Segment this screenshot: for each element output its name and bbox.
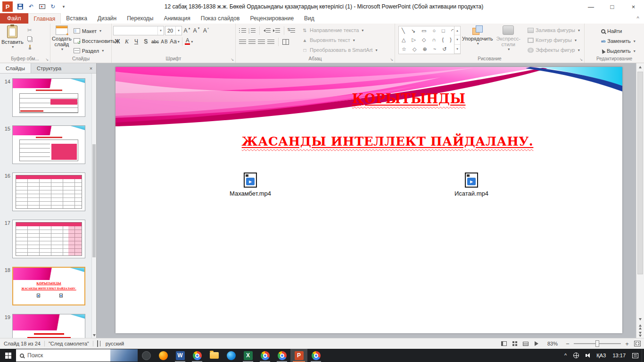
numbering-button[interactable] xyxy=(248,28,256,33)
italic-button[interactable]: К xyxy=(123,37,131,46)
taskbar-app-word[interactable]: W xyxy=(172,349,189,362)
taskbar-app-powerpoint-active[interactable]: P xyxy=(290,349,307,362)
tab-transitions[interactable]: Переходы xyxy=(122,13,158,24)
justify-button[interactable] xyxy=(267,39,274,45)
gallery-scroll-up-button[interactable]: ▴ xyxy=(454,26,460,35)
dialog-launcher-icon[interactable]: ↘ xyxy=(231,58,234,62)
tab-file[interactable]: Файл xyxy=(0,13,28,24)
scroll-up-button[interactable] xyxy=(636,63,644,71)
taskbar-app-explorer[interactable] xyxy=(206,349,223,362)
zoom-slider[interactable] xyxy=(574,343,621,344)
language-indicator[interactable]: русский xyxy=(102,341,128,346)
video-object-isatay[interactable]: ▶ Исатай.mp4 xyxy=(454,173,488,197)
taskbar-app-browser[interactable] xyxy=(138,349,155,362)
font-name-combobox[interactable]: ▾ xyxy=(113,26,164,35)
line-spacing-button[interactable] xyxy=(288,28,295,33)
scroll-down-button[interactable] xyxy=(636,315,644,323)
columns-button[interactable] xyxy=(282,39,289,45)
slide-subtitle-textbox[interactable]: ЖАСАНДЫ ИНТЕЛЛЕКТ ПАЙДАЛАНУ. xyxy=(242,134,534,148)
paste-button[interactable]: Вставить ▾ xyxy=(1,25,24,56)
video-object-makhambet[interactable]: ▶ Махамбет.mp4 xyxy=(230,173,271,197)
shape-fill-button[interactable]: Заливка фигуры ▾ xyxy=(526,25,582,35)
tab-design[interactable]: Дизайн xyxy=(92,13,122,24)
panel-tab-outline[interactable]: Структура xyxy=(31,63,67,73)
view-slide-sorter-button[interactable] xyxy=(511,340,519,347)
replace-button[interactable]: ab Заменить ▾ xyxy=(599,36,637,46)
taskbar-app-chrome-4[interactable] xyxy=(307,349,324,362)
dialog-launcher-icon[interactable]: ↘ xyxy=(579,58,583,62)
taskbar-app-chrome-3[interactable] xyxy=(273,349,290,362)
collapse-ribbon-button[interactable]: ^ xyxy=(632,13,644,24)
taskbar-search-box[interactable]: Поиск xyxy=(16,349,138,362)
panel-scrollbar-thumb[interactable] xyxy=(92,144,96,257)
layout-button[interactable]: Макет ▾ xyxy=(72,26,117,36)
dialog-launcher-icon[interactable]: ↘ xyxy=(45,58,49,62)
dialog-launcher-icon[interactable]: ↘ xyxy=(390,58,393,62)
shape-outline-button[interactable]: Контур фигуры ▾ xyxy=(526,35,582,45)
reset-button[interactable]: Восстановить xyxy=(72,36,117,46)
align-right-button[interactable] xyxy=(258,39,265,45)
tab-view[interactable]: Вид xyxy=(299,13,320,24)
strikethrough-button[interactable]: abc xyxy=(151,37,159,46)
section-button[interactable]: Раздел ▾ xyxy=(72,46,117,56)
zoom-level[interactable]: 83% xyxy=(544,341,561,346)
tray-expand-button[interactable]: ^ xyxy=(561,349,570,362)
slide-title-textbox[interactable]: ҚОРЫТЫНДЫ xyxy=(352,91,466,106)
powerpoint-app-icon[interactable]: P xyxy=(2,1,13,12)
slide-thumbnail-14[interactable] xyxy=(12,78,85,117)
repeat-button[interactable]: ↻ xyxy=(49,3,57,10)
customize-quick-access-button[interactable]: ▾ xyxy=(60,3,67,10)
fit-to-window-button[interactable] xyxy=(633,340,641,347)
chevron-down-icon[interactable]: ▾ xyxy=(157,26,164,35)
increase-indent-button[interactable] xyxy=(273,28,280,33)
zoom-slider-thumb[interactable] xyxy=(595,340,599,347)
panel-close-button[interactable]: × xyxy=(86,63,96,73)
action-center-button[interactable] xyxy=(629,349,642,362)
align-center-button[interactable] xyxy=(248,39,256,45)
slide-thumbnail-16[interactable] xyxy=(12,173,85,211)
taskbar-app-edge[interactable] xyxy=(223,349,239,362)
view-reading-button[interactable] xyxy=(522,340,530,347)
volume-button[interactable] xyxy=(582,349,593,362)
slide-thumbnail-19[interactable] xyxy=(12,314,85,338)
tab-slideshow[interactable]: Показ слайдов xyxy=(196,13,245,24)
show-desktop-button[interactable] xyxy=(642,349,644,362)
previous-slide-button[interactable] xyxy=(636,323,644,330)
cut-button[interactable]: ✂ xyxy=(25,26,34,34)
view-slideshow-button[interactable] xyxy=(533,340,541,347)
save-button[interactable] xyxy=(17,3,24,10)
editor-scrollbar-thumb[interactable] xyxy=(637,72,643,274)
maximize-button[interactable]: □ xyxy=(602,0,623,13)
spellcheck-icon[interactable] xyxy=(93,341,102,346)
font-size-combobox[interactable]: 20 ▾ xyxy=(165,26,182,35)
bold-button[interactable]: Ж xyxy=(113,37,122,46)
panel-scroll-down-button[interactable] xyxy=(92,332,96,338)
arrange-button[interactable]: Упорядочить ▾ xyxy=(462,25,493,56)
underline-button[interactable]: Ч xyxy=(132,37,140,46)
format-painter-button[interactable] xyxy=(25,43,34,51)
taskbar-app-chrome-1[interactable] xyxy=(189,349,206,362)
theme-name[interactable]: "След самолета" xyxy=(45,341,93,346)
editor-scrollbar[interactable] xyxy=(636,63,644,338)
character-spacing-button[interactable]: АВ xyxy=(160,37,169,46)
start-button[interactable] xyxy=(0,349,16,362)
undo-button[interactable]: ↶ xyxy=(27,3,35,10)
shapes-gallery[interactable]: ╲ ↘ ▭ ○ □ ◠ △ ▷ ◇ ∩ { } ☆ ◇ ⊕ ~ ↺ ▴ ▾ ▾ xyxy=(398,26,461,54)
slide-thumbnail-18-selected[interactable]: ҚОРЫТЫНДЫ ЖАСАНДЫ ИНТЕЛЛЕКТ ПАЙДАЛАНУ. xyxy=(12,267,85,305)
clock[interactable]: 13:17 xyxy=(609,349,629,362)
view-normal-button[interactable] xyxy=(500,340,508,347)
language-switcher[interactable]: ҚАЗ xyxy=(593,349,609,362)
chevron-down-icon[interactable]: ▾ xyxy=(175,26,182,35)
tab-review[interactable]: Рецензирование xyxy=(245,13,299,24)
clear-formatting-button[interactable]: А× xyxy=(202,26,210,35)
tab-animations[interactable]: Анимация xyxy=(158,13,195,24)
grow-font-button[interactable]: А▲ xyxy=(183,26,191,35)
copy-button[interactable] xyxy=(25,34,34,43)
search-highlight-image[interactable] xyxy=(110,349,138,362)
new-slide-button[interactable]: Создать слайд ▾ xyxy=(52,25,72,56)
gallery-scroll-down-button[interactable]: ▾ xyxy=(454,35,460,44)
tab-insert[interactable]: Вставка xyxy=(61,13,92,24)
shape-effects-button[interactable]: Эффекты фигур ▾ xyxy=(526,45,582,55)
next-slide-button[interactable] xyxy=(636,330,644,338)
minimize-button[interactable]: — xyxy=(580,0,602,13)
